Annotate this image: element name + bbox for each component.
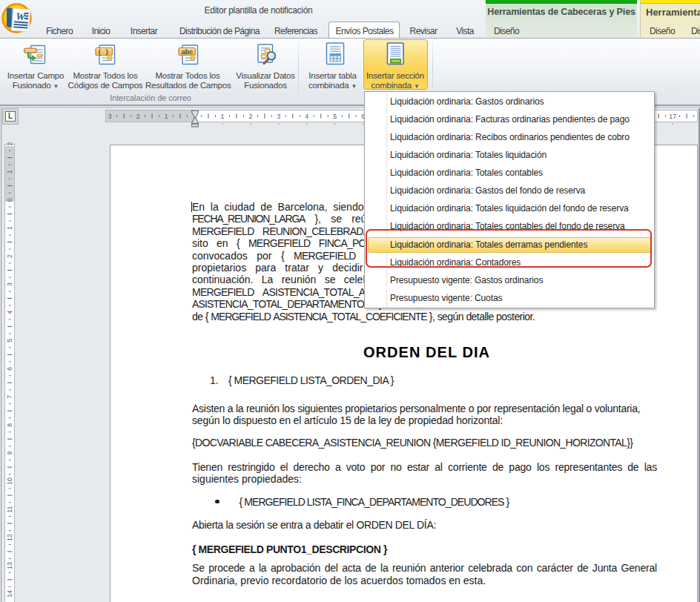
svg-text:1: 1 (165, 113, 168, 120)
svg-text:1: 1 (220, 113, 224, 120)
svg-text:1: 1 (6, 226, 13, 230)
svg-text:13: 13 (6, 562, 13, 569)
svg-text:17: 17 (669, 113, 676, 120)
svg-text:3: 3 (108, 113, 112, 120)
svg-text:4: 4 (6, 311, 13, 314)
svg-text:2: 2 (248, 113, 252, 120)
svg-text:2: 2 (6, 142, 13, 145)
svg-text:6: 6 (6, 367, 13, 371)
svg-text:7: 7 (6, 395, 13, 399)
svg-text:2: 2 (136, 113, 140, 120)
svg-text:1: 1 (6, 170, 13, 173)
svg-text:5: 5 (6, 339, 13, 343)
svg-text:3: 3 (277, 113, 280, 120)
svg-text:11: 11 (6, 506, 13, 512)
svg-text:14: 14 (6, 590, 13, 598)
svg-text:3: 3 (6, 282, 13, 286)
svg-text:12: 12 (6, 534, 13, 541)
svg-text:9: 9 (6, 452, 13, 455)
svg-text:2: 2 (6, 254, 13, 258)
svg-text:8: 8 (6, 423, 13, 427)
svg-text:5: 5 (333, 113, 337, 120)
svg-text:0: 0 (6, 198, 13, 202)
svg-text:4: 4 (305, 113, 308, 120)
svg-text:10: 10 (6, 477, 13, 485)
